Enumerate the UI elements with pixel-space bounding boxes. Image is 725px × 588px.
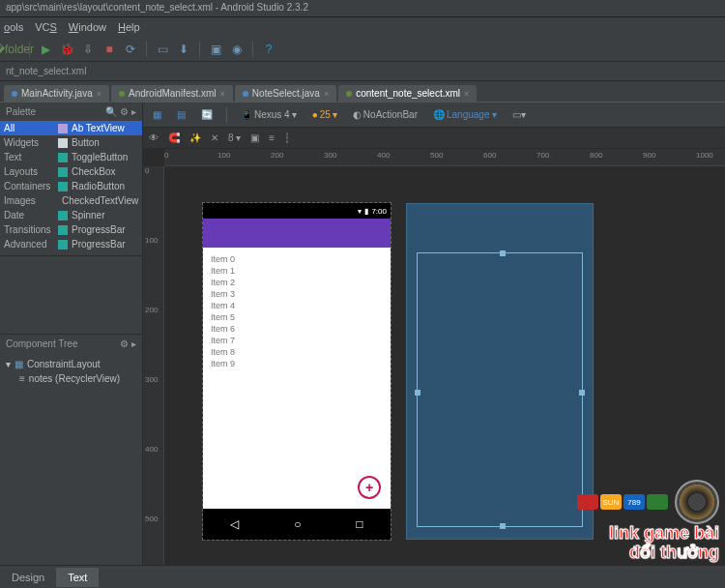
menu-help[interactable]: Help bbox=[118, 21, 140, 33]
menu-window[interactable]: Window bbox=[69, 21, 106, 33]
tab-mainactivity[interactable]: MainActivity.java× bbox=[4, 85, 109, 102]
clear-icon[interactable]: ✕ bbox=[211, 132, 218, 143]
palette-header: Palette 🔍 ⚙ ▸ bbox=[0, 103, 142, 121]
eye-icon[interactable]: 👁 bbox=[149, 132, 159, 143]
design-toolbar-2: 👁 🧲 ✨ ✕ 8 ▾ ▣ ≡ ┆ bbox=[143, 128, 725, 149]
cat-date[interactable]: Date bbox=[0, 208, 54, 222]
device-select[interactable]: 📱 Nexus 4 ▾ bbox=[237, 107, 301, 122]
cat-layouts[interactable]: Layouts bbox=[0, 164, 54, 179]
search-icon[interactable]: 🔍 bbox=[105, 106, 117, 117]
orientation-icon[interactable]: 🔄 bbox=[197, 107, 217, 122]
title-bar: app\src\main\res\layout\content_note_sel… bbox=[0, 0, 725, 17]
widget-togglebutton[interactable]: ToggleButton bbox=[54, 150, 142, 164]
cat-advanced[interactable]: Advanced bbox=[0, 237, 54, 251]
close-icon[interactable]: × bbox=[97, 89, 102, 99]
tab-manifest[interactable]: AndroidManifest.xml× bbox=[111, 85, 233, 102]
blueprint-selection[interactable] bbox=[417, 252, 583, 527]
cat-images[interactable]: Images bbox=[0, 193, 54, 208]
battery-icon: ▮ bbox=[364, 207, 368, 216]
list-item: Item 4 bbox=[211, 300, 383, 311]
nav-bar: ◁ ○ □ bbox=[203, 509, 391, 540]
close-icon[interactable]: × bbox=[464, 89, 469, 99]
variant-icon[interactable]: ▭▾ bbox=[508, 107, 530, 122]
roulette-icon bbox=[675, 480, 719, 524]
breadcrumb: nt_note_select.xml bbox=[0, 62, 725, 81]
widget-radiobutton[interactable]: RadioButton bbox=[54, 179, 142, 193]
palette-widgets: Ab TextViewButtonToggleButtonCheckBoxRad… bbox=[54, 121, 142, 255]
tab-text[interactable]: Text bbox=[56, 568, 99, 587]
main-toolbar: �folder ▶ 🐞 ⇩ ■ ⟳ ▭ ⬇ ▣ ◉ ? bbox=[0, 37, 725, 62]
cat-all[interactable]: All bbox=[0, 121, 54, 135]
list-item: Item 7 bbox=[211, 335, 383, 346]
list-item: Item 6 bbox=[211, 323, 383, 335]
wand-icon[interactable]: ✨ bbox=[189, 132, 201, 143]
menu-tools[interactable]: ools bbox=[4, 21, 23, 33]
close-icon[interactable]: × bbox=[324, 89, 329, 99]
nav-home-icon: ○ bbox=[294, 517, 301, 531]
blueprint-preview[interactable] bbox=[406, 203, 594, 540]
java-icon bbox=[243, 91, 248, 97]
widget-progressbar[interactable]: ProgressBar bbox=[54, 237, 142, 251]
widget-textview[interactable]: Ab TextView bbox=[54, 121, 142, 135]
theme-select[interactable]: ◐ NoActionBar bbox=[349, 107, 421, 122]
widget-spinner[interactable]: Spinner bbox=[54, 208, 142, 222]
run-icon[interactable]: ▶ bbox=[38, 42, 53, 57]
list-item: Item 9 bbox=[211, 358, 383, 369]
widget-checkbox[interactable]: CheckBox bbox=[54, 164, 142, 179]
ruler-vertical: 0100200300400500 bbox=[143, 166, 164, 565]
status-bar: ▾▮7:00 bbox=[203, 203, 391, 219]
widget-checkedtextview[interactable]: CheckedTextView bbox=[54, 193, 142, 208]
cat-containers[interactable]: Containers bbox=[0, 179, 54, 193]
device-preview[interactable]: ▾▮7:00 Item 0Item 1Item 2Item 3Item 4Ite… bbox=[203, 203, 391, 540]
avd-icon[interactable]: ▭ bbox=[155, 42, 170, 57]
sync-icon[interactable]: ⟳ bbox=[123, 42, 138, 57]
stop-icon[interactable]: ■ bbox=[102, 42, 117, 57]
sdk-icon[interactable]: ⬇ bbox=[176, 42, 191, 57]
nav-recent-icon: □ bbox=[356, 517, 362, 531]
open-icon[interactable]: �folder bbox=[6, 42, 21, 57]
watermark-text-1: link game bài bbox=[577, 524, 719, 544]
help-icon[interactable]: ? bbox=[261, 42, 276, 57]
cat-text[interactable]: Text bbox=[0, 150, 54, 164]
design-view-icon[interactable]: ▦ bbox=[149, 107, 165, 122]
debug-icon[interactable]: 🐞 bbox=[59, 42, 74, 57]
fab-add[interactable]: + bbox=[358, 476, 381, 499]
close-icon[interactable]: × bbox=[220, 89, 225, 99]
margin-select[interactable]: 8 ▾ bbox=[228, 132, 241, 143]
cat-transitions[interactable]: Transitions bbox=[0, 222, 54, 237]
layout-icon[interactable]: ▣ bbox=[208, 42, 223, 57]
nav-back-icon: ◁ bbox=[230, 517, 239, 531]
component-tree: ▾ ▦ ConstraintLayout ≡ notes (RecyclerVi… bbox=[0, 353, 142, 390]
design-toolbar: ▦ ▤ 🔄 📱 Nexus 4 ▾ ● 25 ▾ ◐ NoActionBar 🌐… bbox=[143, 103, 725, 128]
api-select[interactable]: ● 25 ▾ bbox=[308, 107, 341, 122]
list-item: Item 0 bbox=[211, 253, 383, 265]
gear-icon[interactable]: ⚙ bbox=[120, 106, 129, 117]
tree-root[interactable]: ▾ ▦ ConstraintLayout bbox=[6, 357, 136, 371]
widget-progressbar[interactable]: ProgressBar bbox=[54, 222, 142, 237]
attach-icon[interactable]: ⇩ bbox=[80, 42, 96, 57]
menu-vcs[interactable]: VCS bbox=[35, 21, 57, 33]
gear-icon[interactable]: ⚙ bbox=[120, 338, 129, 349]
menu-bar: ools VCS Window Help bbox=[0, 17, 725, 37]
tab-noteselect[interactable]: NoteSelect.java× bbox=[235, 85, 336, 102]
watermark-chips: SUN789 bbox=[577, 494, 668, 510]
editor-tabs: MainActivity.java× AndroidManifest.xml× … bbox=[0, 81, 725, 103]
align-icon[interactable]: ≡ bbox=[269, 132, 275, 143]
widget-button[interactable]: Button bbox=[54, 135, 142, 150]
lang-select[interactable]: 🌐 Language ▾ bbox=[429, 107, 501, 122]
magnet-icon[interactable]: 🧲 bbox=[168, 132, 180, 143]
pack-icon[interactable]: ▣ bbox=[250, 132, 259, 143]
blueprint-view-icon[interactable]: ▤ bbox=[173, 107, 189, 122]
ruler-horizontal: 01002003004005006007008009001000 bbox=[164, 149, 725, 166]
list-item: Item 3 bbox=[211, 288, 383, 300]
list-item: Item 5 bbox=[211, 311, 383, 323]
palette-categories: All Widgets Text Layouts Containers Imag… bbox=[0, 121, 54, 255]
tree-child[interactable]: ≡ notes (RecyclerView) bbox=[6, 371, 136, 386]
capture-icon[interactable]: ◉ bbox=[229, 42, 245, 57]
tab-design[interactable]: Design bbox=[0, 568, 56, 587]
tab-content-note-select[interactable]: content_note_select.xml× bbox=[338, 85, 477, 102]
cat-widgets[interactable]: Widgets bbox=[0, 135, 54, 150]
recycler-content: Item 0Item 1Item 2Item 3Item 4Item 5Item… bbox=[203, 248, 391, 509]
guideline-icon[interactable]: ┆ bbox=[284, 132, 290, 143]
list-item: Item 1 bbox=[211, 265, 383, 277]
